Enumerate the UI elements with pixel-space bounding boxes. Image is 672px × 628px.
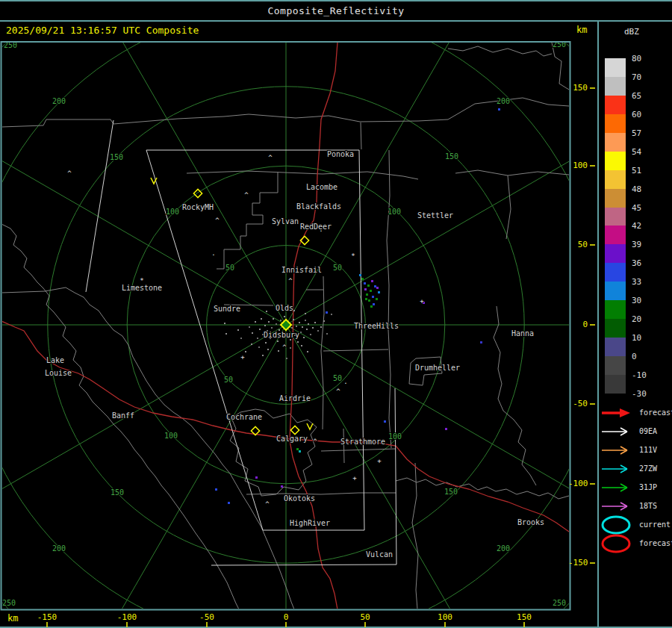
clutter-pixel [306, 329, 308, 330]
echo-pixel [365, 298, 367, 300]
echo-pixel [359, 274, 361, 276]
city-label-okotoks: Okotoks [284, 494, 315, 503]
colorbar-value-30: 30 [632, 296, 657, 305]
echo-pixel [366, 293, 368, 296]
city-label-limestone: Limestone [122, 284, 162, 292]
obs-station-marker: . [211, 249, 215, 257]
clutter-pixel [307, 351, 308, 352]
obs-station-marker: ^ [313, 438, 317, 445]
legend-label-111V-2: 111V [639, 446, 657, 454]
legend-label-forecast-7: forecast [639, 539, 672, 547]
clutter-pixel [301, 345, 302, 346]
x-axis-label--150: -150 [31, 612, 63, 622]
colorbar-swatch [605, 170, 626, 189]
colorbar-value--30: -30 [632, 389, 657, 399]
echo-pixel [372, 296, 374, 298]
echo-pixel [384, 420, 386, 423]
clutter-pixel [293, 310, 295, 311]
colorbar-value-10: 10 [632, 333, 657, 343]
colorbar-value-42: 42 [632, 221, 657, 231]
clutter-pixel [280, 320, 281, 321]
x-axis-label-50: 50 [349, 612, 382, 622]
clutter-pixel [299, 322, 300, 323]
ring-distance-label: 150 [445, 152, 458, 161]
colorbar-swatch [605, 152, 626, 170]
clutter-pixel [261, 318, 262, 320]
echo-pixel [445, 428, 447, 430]
range-ring-200km [0, 7, 604, 628]
colorbar-value-48: 48 [632, 184, 657, 194]
radar-map-canvas[interactable]: PonokaLacombeBlackfaldsSylvanRedDeerStet… [0, 0, 672, 628]
clutter-pixel [237, 329, 239, 331]
y-axis-label--100: -100 [568, 479, 588, 488]
wind-check-icon [151, 178, 157, 184]
x-axis-label--50: -50 [190, 612, 223, 622]
colorbar-swatch [605, 319, 626, 338]
echo-pixel [378, 291, 380, 293]
echo-pixel [376, 298, 378, 300]
colorbar-swatch [605, 77, 626, 96]
echo-pixel [374, 285, 376, 287]
colorbar-value-80: 80 [632, 54, 657, 63]
clutter-pixel [290, 347, 291, 349]
ring-distance-label: 100 [164, 432, 178, 440]
colorbar-swatch [605, 375, 626, 394]
clutter-pixel [240, 338, 242, 339]
y-axis-label-100: 100 [568, 161, 588, 170]
azimuth-line-330 [83, 0, 287, 325]
clutter-pixel [224, 323, 225, 324]
echo-pixel [364, 282, 366, 285]
city-label-stettler: Stettler [417, 211, 453, 220]
echo-pixel [326, 311, 328, 314]
obs-station-marker: * [351, 252, 355, 260]
colorbar-swatch [605, 300, 626, 319]
echo-pixel [364, 288, 367, 290]
echo-pixel [367, 285, 370, 287]
city-label-highriver: HighRiver [290, 519, 330, 527]
colorbar-value-57: 57 [632, 128, 657, 138]
y-axis-label--50: -50 [568, 399, 588, 408]
colorbar-value-39: 39 [632, 240, 657, 249]
city-label-threehills: ThreeHills [354, 322, 399, 330]
echo-pixel [215, 488, 217, 491]
clutter-pixel [265, 342, 267, 343]
obs-station-marker: ^ [336, 388, 340, 395]
obs-station-marker: . [319, 226, 323, 233]
azimuth-line-120 [286, 325, 638, 529]
city-label-hanna: Hanna [511, 329, 534, 338]
clutter-pixel [291, 327, 293, 329]
clutter-pixel [284, 316, 285, 317]
echo-pixel [370, 305, 373, 308]
echo-pixel [255, 476, 258, 479]
ring-distance-label: 200 [497, 544, 510, 553]
clutter-pixel [252, 332, 253, 334]
echo-pixel [299, 450, 301, 453]
echo-pixel [281, 485, 283, 488]
clutter-pixel [297, 341, 299, 343]
clutter-pixel [245, 351, 246, 352]
clutter-pixel [308, 323, 309, 325]
city-label-drumheller: Drumheller [415, 364, 460, 372]
echo-pixel [228, 502, 230, 504]
obs-station-marker: * [140, 277, 143, 285]
echo-pixel [361, 278, 364, 280]
colorbar-value-70: 70 [632, 72, 657, 82]
x-axis-label--100: -100 [111, 612, 143, 622]
city-label-vulcan: Vulcan [366, 550, 393, 559]
clutter-pixel [268, 321, 270, 323]
colorbar-swatch [605, 244, 626, 263]
clutter-pixel [303, 337, 305, 338]
city-label-rockymh: RockyMH [182, 203, 214, 211]
clutter-pixel [320, 326, 322, 328]
axis-ticks [47, 88, 595, 627]
city-label-sylvan: Sylvan [272, 217, 299, 226]
city-label-strathmore: Strathmore [340, 438, 385, 446]
ring-distance-label: 50 [225, 264, 234, 272]
radar-app-window: Composite_Reflectivity 2025/09/21 13:16:… [0, 0, 672, 628]
clutter-pixel [225, 333, 227, 335]
clutter-pixel [276, 323, 277, 325]
obs-station-marker: + [352, 474, 357, 482]
colorbar-swatch [605, 114, 626, 133]
obs-station-marker: + [420, 297, 424, 305]
city-label-sundre: Sundre [214, 305, 240, 313]
